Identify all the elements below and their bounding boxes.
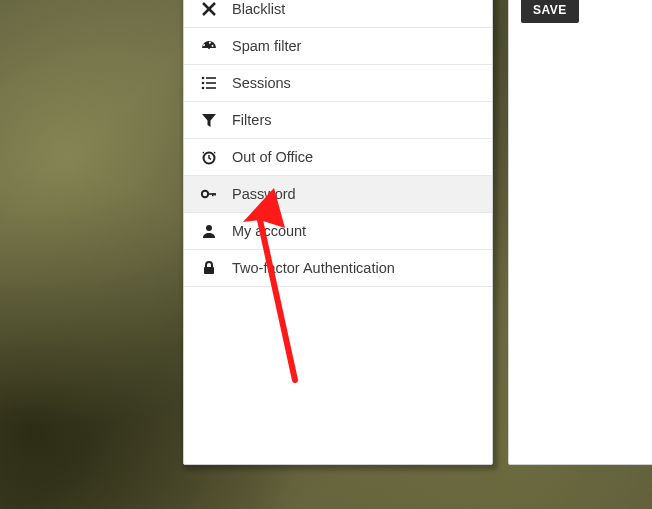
svg-point-10 xyxy=(202,191,208,197)
svg-point-3 xyxy=(202,77,205,80)
list-icon xyxy=(200,74,218,92)
svg-point-7 xyxy=(202,87,205,90)
person-icon xyxy=(200,222,218,240)
svg-rect-8 xyxy=(206,87,216,89)
lock-icon xyxy=(200,259,218,277)
svg-rect-15 xyxy=(204,267,214,274)
sidebar-item-out-of-office[interactable]: Out of Office xyxy=(184,139,492,176)
sidebar-item-label: Blacklist xyxy=(232,1,285,17)
svg-rect-6 xyxy=(206,82,216,84)
sidebar-item-label: Filters xyxy=(232,112,271,128)
gauge-icon xyxy=(200,37,218,55)
svg-rect-11 xyxy=(208,193,216,195)
sidebar-item-password[interactable]: Password xyxy=(184,176,492,213)
x-icon xyxy=(200,0,218,18)
svg-rect-12 xyxy=(212,193,214,196)
sidebar-item-my-account[interactable]: My account xyxy=(184,213,492,250)
funnel-icon xyxy=(200,111,218,129)
sidebar-item-label: Spam filter xyxy=(232,38,301,54)
sidebar-item-blacklist[interactable]: Blacklist xyxy=(184,0,492,28)
save-button[interactable]: SAVE xyxy=(521,0,579,23)
sidebar-item-two-factor[interactable]: Two-factor Authentication xyxy=(184,250,492,287)
svg-point-14 xyxy=(206,225,212,231)
clock-icon xyxy=(200,148,218,166)
sidebar-item-label: Out of Office xyxy=(232,149,313,165)
sidebar-item-sessions[interactable]: Sessions xyxy=(184,65,492,102)
sidebar-item-label: Sessions xyxy=(232,75,291,91)
settings-sidebar: Blacklist Spam filter Sessions Filters O xyxy=(183,0,493,465)
sidebar-item-label: Password xyxy=(232,186,296,202)
sidebar-item-label: Two-factor Authentication xyxy=(232,260,395,276)
sidebar-item-spam-filter[interactable]: Spam filter xyxy=(184,28,492,65)
svg-rect-2 xyxy=(208,45,210,49)
svg-point-5 xyxy=(202,82,205,85)
key-icon xyxy=(200,185,218,203)
svg-rect-4 xyxy=(206,77,216,79)
settings-menu: Blacklist Spam filter Sessions Filters O xyxy=(184,0,492,287)
sidebar-item-label: My account xyxy=(232,223,306,239)
svg-rect-13 xyxy=(214,193,216,195)
sidebar-item-filters[interactable]: Filters xyxy=(184,102,492,139)
content-panel: SAVE xyxy=(508,0,652,465)
